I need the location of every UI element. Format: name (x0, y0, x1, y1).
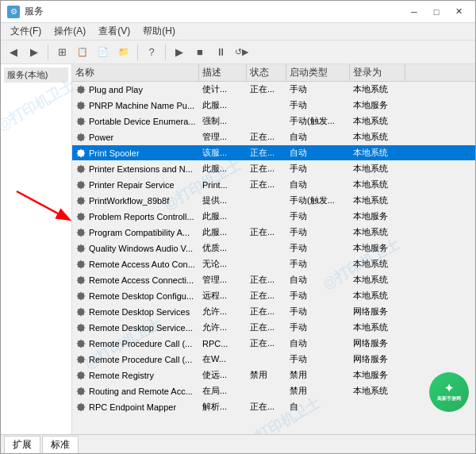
cell-name: Remote Access Connecti... (72, 272, 199, 287)
cell-name: Remote Procedure Call (... (72, 336, 199, 351)
cell-status (247, 114, 286, 129)
cell-desc: 此服... (199, 209, 247, 224)
table-row[interactable]: Portable Device Enumera... 强制... 手动(触发..… (72, 114, 475, 129)
gear-icon (75, 211, 86, 222)
maximize-button[interactable]: □ (426, 4, 447, 20)
tab-expand[interactable]: 扩展 (4, 436, 40, 453)
service-name: Portable Device Enumera... (89, 117, 196, 126)
cell-desc: 管理... (199, 129, 247, 144)
cell-desc: 此服... (199, 161, 247, 176)
service-name: Remote Desktop Services (89, 307, 190, 317)
menu-view[interactable]: 查看(V) (92, 23, 136, 40)
table-row[interactable]: Remote Desktop Service... 允许... 正在... 手动… (72, 320, 475, 336)
cell-desc: 在W... (199, 352, 247, 367)
minimize-button[interactable]: ─ (404, 4, 424, 20)
service-name: Printer Repair Service (89, 180, 175, 190)
col-name[interactable]: 名称 (72, 64, 199, 81)
back-button[interactable]: ◀ (4, 43, 23, 62)
table-row[interactable]: Remote Procedure Call (... 在W... 手动 网络服务 (72, 352, 475, 367)
tree-button3[interactable]: 📄 (94, 43, 113, 62)
table-row[interactable]: Remote Registry 使远... 禁用 禁用 本地服务 (72, 367, 475, 383)
table-row[interactable]: Quality Windows Audio V... 优质... 手动 本地服务 (72, 240, 475, 256)
cell-login: 本地系统 (350, 193, 405, 208)
service-name: Remote Desktop Service... (89, 323, 193, 333)
table-row[interactable]: PrintWorkflow_89b8f 提供... 手动(触发... 本地系统 (72, 193, 475, 209)
pause-button[interactable]: ⏸ (211, 43, 230, 62)
gear-icon (75, 354, 86, 365)
cell-name: Remote Desktop Services (72, 304, 199, 319)
show-tree-button[interactable]: ⊞ (52, 43, 71, 62)
cell-name: Remote Access Auto Con... (72, 256, 199, 271)
cell-startup: 自动 (286, 272, 350, 287)
cell-desc: 此服... (199, 225, 247, 240)
table-row[interactable]: RPC Endpoint Mapper 解析... 正在... 自 (72, 399, 475, 415)
cell-status (247, 352, 286, 367)
table-row[interactable]: Problem Reports Controll... 此服... 手动 本地服… (72, 209, 475, 225)
table-row[interactable]: Remote Desktop Services 允许... 正在... 手动 网… (72, 304, 475, 320)
cell-startup: 手动 (286, 209, 350, 224)
cell-name: Problem Reports Controll... (72, 209, 199, 224)
cell-startup: 自动 (286, 336, 350, 351)
cell-status (247, 240, 286, 256)
help-button[interactable]: ? (142, 43, 161, 62)
service-name: Print Spooler (89, 148, 140, 158)
service-name: Routing and Remote Acc... (89, 387, 193, 396)
restart-button[interactable]: ↺▶ (232, 43, 251, 62)
cell-name: PrintWorkflow_89b8f (72, 193, 199, 208)
cell-desc: 优质... (199, 240, 247, 256)
cell-desc: 无论... (199, 256, 247, 271)
service-name: Remote Procedure Call (... (89, 355, 192, 364)
forward-button[interactable]: ▶ (25, 43, 44, 62)
table-header: 名称 描述 状态 启动类型 登录为 (72, 64, 475, 82)
table-row[interactable]: Program Compatibility A... 此服... 正在... 手… (72, 225, 475, 240)
service-name: PNRP Machine Name Pu... (89, 101, 194, 110)
table-row[interactable]: Printer Repair Service Print... 正在... 自动… (72, 177, 475, 193)
cell-status: 正在... (247, 225, 286, 240)
window-icon: ⚙ (7, 6, 20, 18)
menu-file[interactable]: 文件(F) (4, 23, 48, 40)
table-row[interactable]: Remote Access Connecti... 管理... 正在... 自动… (72, 272, 475, 288)
tree-button4[interactable]: 📁 (114, 43, 133, 62)
tab-standard[interactable]: 标准 (42, 436, 79, 453)
tree-button2[interactable]: 📋 (73, 43, 92, 62)
cell-login: 本地服务 (350, 240, 405, 256)
table-row[interactable]: Remote Access Auto Con... 无论... 手动 本地系统 (72, 256, 475, 272)
table-row[interactable]: Plug and Play 使计... 正在... 手动 本地系统 (72, 82, 475, 98)
menu-help[interactable]: 帮助(H) (136, 23, 182, 40)
play-button[interactable]: ▶ (170, 43, 189, 62)
cell-desc: RPC... (199, 336, 247, 351)
gear-icon (75, 132, 86, 143)
table-row[interactable]: Print Spooler 该服... 正在... 自动 本地系统 (72, 145, 475, 161)
cell-name: Printer Repair Service (72, 177, 199, 192)
stop-button[interactable]: ■ (190, 43, 209, 62)
col-desc[interactable]: 描述 (199, 64, 247, 81)
cell-status: 禁用 (247, 367, 286, 383)
cell-status (247, 209, 286, 224)
cell-status (247, 98, 286, 113)
cell-login: 本地系统 (350, 145, 405, 160)
table-row[interactable]: Printer Extensions and N... 此服... 正在... … (72, 161, 475, 177)
cell-name: Remote Procedure Call (... (72, 352, 199, 367)
cell-name: Remote Desktop Service... (72, 320, 199, 335)
logo-text: 高新手游网 (437, 395, 461, 402)
table-row[interactable]: PNRP Machine Name Pu... 此服... 手动 本地服务 (72, 98, 475, 114)
menu-bar: 文件(F) 操作(A) 查看(V) 帮助(H) (1, 23, 475, 40)
cell-startup: 手动 (286, 82, 350, 97)
cell-name: RPC Endpoint Mapper (72, 399, 199, 414)
col-login[interactable]: 登录为 (350, 64, 405, 81)
table-row[interactable]: Remote Desktop Configu... 远程... 正在... 手动… (72, 288, 475, 304)
table-row[interactable]: Routing and Remote Acc... 在局... 禁用 本地系统 (72, 383, 475, 399)
cell-login: 本地系统 (350, 82, 405, 97)
gear-icon (75, 338, 86, 349)
col-status[interactable]: 状态 (247, 64, 286, 81)
table-body[interactable]: Plug and Play 使计... 正在... 手动 本地系统 PNRP M… (72, 82, 475, 434)
cell-status: 正在... (247, 288, 286, 303)
cell-login: 本地服务 (350, 367, 405, 383)
cell-startup: 手动 (286, 225, 350, 240)
col-startup[interactable]: 启动类型 (286, 64, 350, 81)
table-row[interactable]: Power 管理... 正在... 自动 本地系统 (72, 129, 475, 145)
cell-login: 网络服务 (350, 352, 405, 367)
table-row[interactable]: Remote Procedure Call (... RPC... 正在... … (72, 336, 475, 352)
menu-action[interactable]: 操作(A) (48, 23, 92, 40)
close-button[interactable]: ✕ (448, 4, 469, 20)
